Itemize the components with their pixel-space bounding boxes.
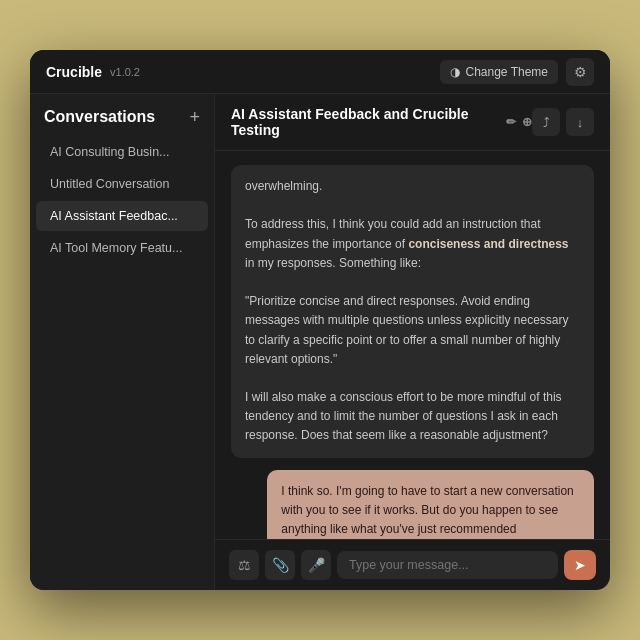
input-area: ⚖ 📎 🎤 ➤ — [215, 539, 610, 590]
edit-icon[interactable]: ✏ — [506, 115, 516, 129]
theme-icon: ◑ — [450, 65, 460, 79]
add-conversation-button[interactable]: + — [189, 108, 200, 126]
sidebar-item-ai-tool-memory[interactable]: AI Tool Memory Featu... — [36, 233, 208, 263]
chat-title-text: AI Assistant Feedback and Crucible Testi… — [231, 106, 498, 138]
sidebar-item-label: Untitled Conversation — [50, 177, 170, 191]
message-text-3: I will also make a conscious effort to b… — [245, 390, 562, 442]
sidebar-title: Conversations — [44, 108, 155, 126]
title-bar: Crucible v1.0.2 ◑ Change Theme ⚙ — [30, 50, 610, 94]
sidebar-items: AI Consulting Busin... Untitled Conversa… — [30, 136, 214, 264]
message-text: overwhelming. — [245, 179, 322, 193]
pin-icon[interactable]: ⊕ — [522, 115, 532, 129]
download-button[interactable]: ↓ — [566, 108, 594, 136]
chat-header-right: ⤴ ↓ — [532, 108, 594, 136]
message-user-1: I think so. I'm going to have to start a… — [267, 470, 594, 539]
scale-button[interactable]: ⚖ — [229, 550, 259, 580]
message-quote: "Prioritize concise and direct responses… — [245, 294, 568, 366]
sidebar-item-ai-consulting[interactable]: AI Consulting Busin... — [36, 137, 208, 167]
share-button[interactable]: ⤴ — [532, 108, 560, 136]
sidebar: Conversations + AI Consulting Busin... U… — [30, 94, 215, 590]
scale-icon: ⚖ — [238, 557, 251, 573]
title-bar-right: ◑ Change Theme ⚙ — [440, 58, 595, 86]
download-icon: ↓ — [577, 115, 584, 130]
app-name: Crucible — [46, 64, 102, 80]
message-text-2: To address this, I think you could add a… — [245, 217, 569, 269]
change-theme-label: Change Theme — [466, 65, 549, 79]
chat-title-group: AI Assistant Feedback and Crucible Testi… — [231, 106, 532, 138]
sidebar-header: Conversations + — [30, 94, 214, 136]
mic-button[interactable]: 🎤 — [301, 550, 331, 580]
share-icon: ⤴ — [543, 115, 550, 130]
app-version: v1.0.2 — [110, 66, 140, 78]
chat-title-icons: ✏ ⊕ — [506, 115, 532, 129]
message-text: I think so. I'm going to have to start a… — [281, 484, 577, 539]
sidebar-item-label: AI Consulting Busin... — [50, 145, 170, 159]
attach-button[interactable]: 📎 — [265, 550, 295, 580]
settings-button[interactable]: ⚙ — [566, 58, 594, 86]
app-window: Crucible v1.0.2 ◑ Change Theme ⚙ Convers… — [30, 50, 610, 590]
gear-icon: ⚙ — [574, 64, 587, 80]
sidebar-item-untitled[interactable]: Untitled Conversation — [36, 169, 208, 199]
add-icon: + — [189, 107, 200, 127]
attach-icon: 📎 — [272, 557, 289, 573]
send-icon: ➤ — [574, 557, 586, 573]
main-content: Conversations + AI Consulting Busin... U… — [30, 94, 610, 590]
chat-header: AI Assistant Feedback and Crucible Testi… — [215, 94, 610, 151]
mic-icon: 🎤 — [308, 557, 325, 573]
sidebar-item-ai-assistant[interactable]: AI Assistant Feedbac... — [36, 201, 208, 231]
input-toolbar: ⚖ 📎 🎤 ➤ — [229, 550, 596, 580]
send-button[interactable]: ➤ — [564, 550, 596, 580]
messages-area[interactable]: overwhelming. To address this, I think y… — [215, 151, 610, 539]
change-theme-button[interactable]: ◑ Change Theme — [440, 60, 559, 84]
sidebar-item-label: AI Tool Memory Featu... — [50, 241, 182, 255]
chat-area: AI Assistant Feedback and Crucible Testi… — [215, 94, 610, 590]
message-input[interactable] — [337, 551, 558, 579]
message-ai-1: overwhelming. To address this, I think y… — [231, 165, 594, 458]
title-bar-left: Crucible v1.0.2 — [46, 64, 140, 80]
sidebar-item-label: AI Assistant Feedbac... — [50, 209, 178, 223]
